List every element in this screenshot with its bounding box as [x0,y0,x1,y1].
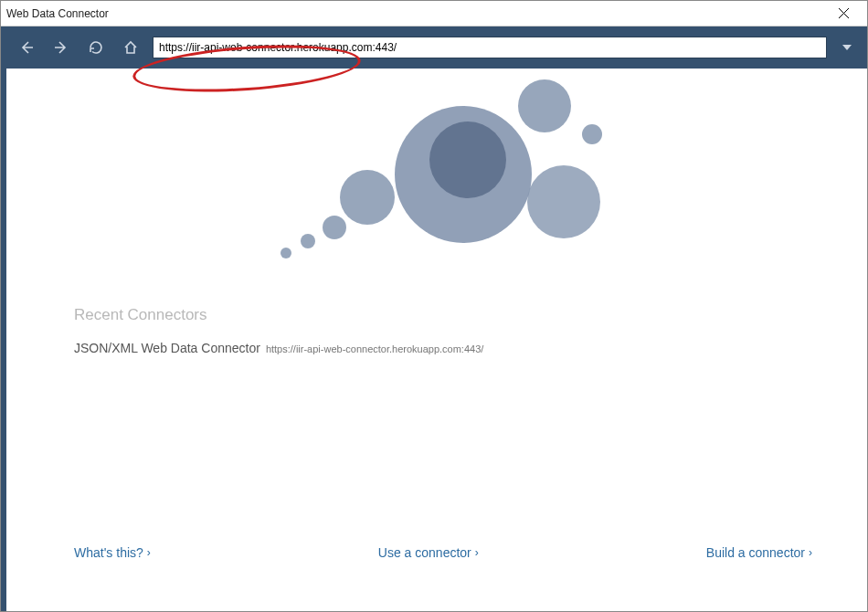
link-label: Use a connector [378,545,471,560]
refresh-icon [88,39,104,56]
content-area: Recent Connectors JSON/XML Web Data Conn… [1,69,867,611]
refresh-button[interactable] [83,35,109,60]
url-bar [153,37,827,58]
chevron-right-icon: › [809,546,812,559]
recent-connectors-section: Recent Connectors JSON/XML Web Data Conn… [74,306,812,355]
back-button[interactable] [14,35,39,60]
bubble-icon [429,121,506,198]
use-connector-link[interactable]: Use a connector › [378,545,479,560]
bubble-icon [301,234,315,248]
url-input[interactable] [159,41,820,54]
titlebar: Web Data Connector [1,1,867,26]
recent-item-name: JSON/XML Web Data Connector [74,341,260,355]
chevron-right-icon: › [475,546,479,559]
whats-this-link[interactable]: What's this? › [74,545,151,560]
close-button[interactable] [825,1,862,26]
link-label: Build a connector [706,545,805,560]
recent-connector-item[interactable]: JSON/XML Web Data Connector https://iir-… [74,341,812,355]
arrow-left-icon [18,39,35,56]
bubble-icon [323,216,346,239]
url-dropdown-button[interactable] [836,37,858,58]
forward-button[interactable] [48,35,74,60]
recent-heading: Recent Connectors [74,306,812,324]
arrow-right-icon [53,39,69,56]
recent-item-url: https://iir-api-web-connector.herokuapp.… [266,343,483,354]
decorative-bubbles [262,74,646,284]
navbar [1,26,867,69]
link-label: What's this? [74,545,143,560]
home-icon [122,39,139,56]
chevron-right-icon: › [147,546,151,559]
bubble-icon [281,248,291,259]
window-title: Web Data Connector [6,7,825,20]
svg-marker-2 [842,45,852,50]
bubble-icon [518,79,571,132]
close-icon [839,8,849,18]
home-button[interactable] [118,35,143,60]
footer-links: What's this? › Use a connector › Build a… [74,545,812,560]
window-root: Web Data Connector [0,0,868,612]
build-connector-link[interactable]: Build a connector › [706,545,812,560]
chevron-down-icon [842,45,852,50]
bubble-icon [340,170,395,225]
bubble-icon [527,165,600,238]
bubble-icon [582,124,602,144]
